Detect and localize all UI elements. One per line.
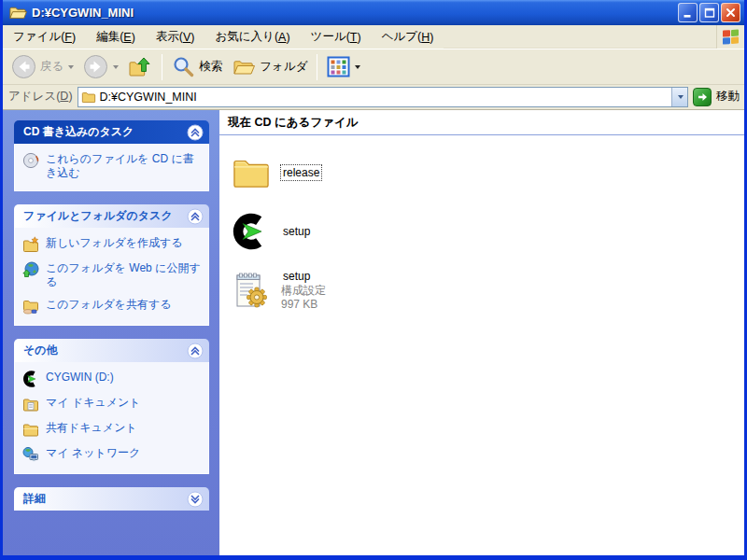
views-icon: [327, 56, 350, 77]
panel-file-folder-tasks: ファイルとフォルダのタスク 新しいフォルダを作成する: [14, 204, 209, 326]
file-type: 構成設定: [281, 284, 326, 298]
chevron-up-icon[interactable]: [187, 124, 204, 141]
views-dropdown-caret: [355, 65, 360, 69]
window-controls: [678, 3, 740, 22]
folder-open-icon[interactable]: [8, 5, 27, 21]
cygwin-drive-icon: [22, 371, 39, 387]
forward-button[interactable]: [78, 52, 123, 82]
menu-view[interactable]: 表示(V): [146, 25, 205, 49]
file-tile-release[interactable]: release: [230, 147, 451, 198]
panel-details-header[interactable]: 詳細: [14, 487, 209, 511]
panel-other-places-header[interactable]: その他: [14, 339, 209, 362]
forward-arrow-icon: [83, 54, 108, 79]
file-tiles: release setup: [219, 135, 677, 315]
menubar: ファイル(F) 編集(E) 表示(V) お気に入り(A) ツール(T) ヘルプ(…: [3, 25, 744, 49]
file-name: release: [281, 165, 321, 180]
task-share-folder[interactable]: このフォルダを共有する: [22, 298, 201, 315]
close-button[interactable]: [721, 3, 740, 22]
menu-help[interactable]: ヘルプ(H): [372, 25, 444, 49]
menu-favorites[interactable]: お気に入り(A): [205, 25, 301, 49]
panel-details: 詳細: [14, 487, 209, 511]
folder-up-icon: [128, 55, 152, 79]
share-folder-icon: [22, 298, 39, 315]
file-name: setup: [281, 224, 312, 239]
panel-cd-write-tasks: CD 書き込みのタスク これらのファイルを CD に書き込む: [14, 120, 209, 191]
task-create-new-folder[interactable]: 新しいフォルダを作成する: [22, 236, 201, 253]
ini-file-icon: [230, 269, 273, 312]
my-documents-icon: [22, 396, 39, 413]
titlebar: D:¥CYGWIN_MINI: [3, 0, 744, 25]
panel-other-places: その他 CYGWIN (D:): [14, 339, 209, 474]
file-tile-setup-ini[interactable]: setup 構成設定 997 KB: [230, 264, 451, 315]
address-label: アドレス(D): [8, 89, 73, 105]
cd-burn-icon: [22, 152, 39, 169]
panel-cd-write-tasks-header[interactable]: CD 書き込みのタスク: [14, 120, 209, 144]
back-dropdown-caret: [68, 65, 74, 69]
folders-icon: [232, 56, 256, 78]
explorer-window: D:¥CYGWIN_MINI ファイル(F) 編集(E) 表示(V) お気に入り…: [0, 0, 747, 560]
task-pane-sidebar: CD 書き込みのタスク これらのファイルを CD に書き込む: [3, 110, 219, 555]
views-button[interactable]: [322, 52, 365, 82]
file-name: setup: [281, 269, 326, 284]
my-network-icon: [22, 446, 39, 463]
menu-tools[interactable]: ツール(T): [301, 25, 372, 49]
go-label[interactable]: 移動: [716, 89, 740, 105]
back-arrow-icon: [11, 54, 36, 79]
file-tile-setup-app[interactable]: setup: [230, 205, 451, 257]
search-icon: [172, 55, 195, 78]
go-button[interactable]: [693, 88, 712, 106]
publish-web-icon: [22, 261, 39, 278]
menu-edit[interactable]: 編集(E): [86, 25, 146, 49]
shared-documents-icon: [22, 421, 39, 438]
link-shared-documents[interactable]: 共有ドキュメント: [22, 421, 201, 438]
link-my-documents[interactable]: マイ ドキュメント: [22, 396, 201, 413]
toolbar: 戻る 検索: [3, 49, 744, 85]
link-cygwin-drive[interactable]: CYGWIN (D:): [22, 371, 201, 387]
link-my-network[interactable]: マイ ネットワーク: [22, 446, 201, 463]
window-title: D:¥CYGWIN_MINI: [32, 6, 678, 20]
forward-dropdown-caret: [113, 65, 119, 69]
chevron-up-icon[interactable]: [187, 343, 204, 359]
folder-icon: [230, 151, 273, 194]
new-folder-icon: [22, 236, 39, 253]
search-button[interactable]: 検索: [167, 52, 227, 82]
folders-button[interactable]: フォルダ: [227, 52, 312, 82]
go-arrow-icon: [697, 91, 708, 103]
address-bar: アドレス(D) D:¥CYGWIN_MINI 移動: [3, 85, 744, 110]
group-header: 現在 CD にあるファイル: [219, 110, 744, 135]
file-size: 997 KB: [281, 298, 326, 312]
back-button[interactable]: 戻る: [7, 52, 78, 82]
task-publish-folder-to-web[interactable]: このフォルダを Web に公開する: [22, 261, 201, 289]
minimize-button[interactable]: [678, 3, 698, 22]
windows-logo-icon: [716, 25, 744, 49]
panel-file-folder-tasks-header[interactable]: ファイルとフォルダのタスク: [14, 204, 209, 228]
menu-file[interactable]: ファイル(F): [3, 25, 86, 49]
maximize-button[interactable]: [699, 3, 719, 22]
task-write-files-to-cd[interactable]: これらのファイルを CD に書き込む: [22, 152, 201, 180]
file-list-area: 現在 CD にあるファイル release: [219, 110, 744, 555]
cygwin-app-icon: [230, 210, 273, 253]
address-value: D:¥CYGWIN_MINI: [100, 91, 668, 104]
address-dropdown-button[interactable]: [671, 88, 687, 106]
chevron-down-icon[interactable]: [187, 491, 204, 508]
up-button[interactable]: [123, 52, 157, 82]
chevron-up-icon[interactable]: [187, 208, 204, 225]
folder-icon: [81, 91, 96, 104]
address-input[interactable]: D:¥CYGWIN_MINI: [78, 87, 688, 107]
